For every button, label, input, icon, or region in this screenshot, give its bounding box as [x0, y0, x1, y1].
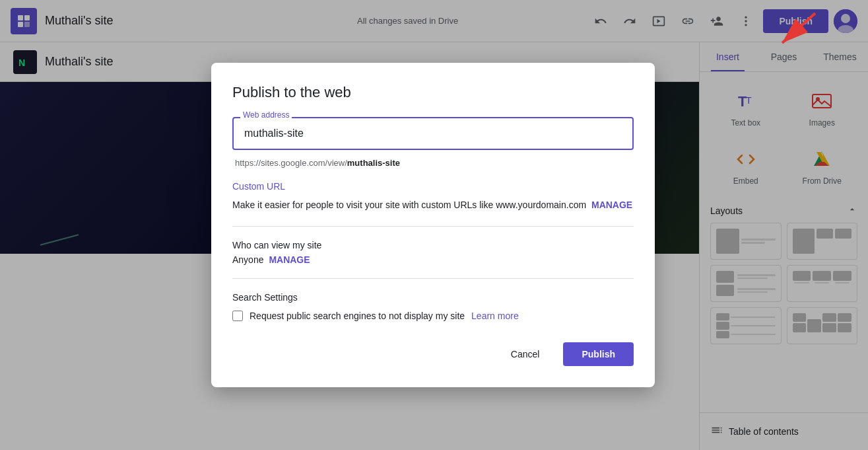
search-settings-title: Search Settings [232, 292, 634, 303]
web-address-input[interactable] [232, 117, 634, 150]
search-checkbox[interactable] [232, 311, 243, 321]
search-checkbox-label: Request public search engines to not dis… [250, 311, 465, 321]
modal-overlay: Publish to the web Web address https://s… [0, 0, 868, 450]
cancel-button[interactable]: Cancel [495, 342, 556, 366]
publish-modal-button[interactable]: Publish [563, 342, 634, 366]
publish-modal: Publish to the web Web address https://s… [211, 63, 655, 387]
who-view-value: Anyone MANAGE [232, 254, 634, 265]
manage-custom-url-link[interactable]: MANAGE [591, 200, 632, 210]
custom-url-text: Make it easier for people to visit your … [232, 200, 634, 210]
url-preview: https://sites.google.com/view/muthalis-s… [232, 158, 634, 168]
modal-title: Publish to the web [232, 84, 634, 101]
who-view-title: Who can view my site [232, 240, 634, 250]
web-address-label: Web address [240, 110, 292, 120]
learn-more-link[interactable]: Learn more [471, 311, 519, 321]
custom-url-link[interactable]: Custom URL [232, 181, 634, 192]
search-checkbox-row: Request public search engines to not dis… [232, 311, 634, 321]
manage-who-view-link[interactable]: MANAGE [269, 254, 310, 265]
divider-2 [232, 278, 634, 279]
divider-1 [232, 226, 634, 227]
web-address-field: Web address [232, 117, 634, 150]
modal-actions: Cancel Publish [232, 342, 634, 366]
